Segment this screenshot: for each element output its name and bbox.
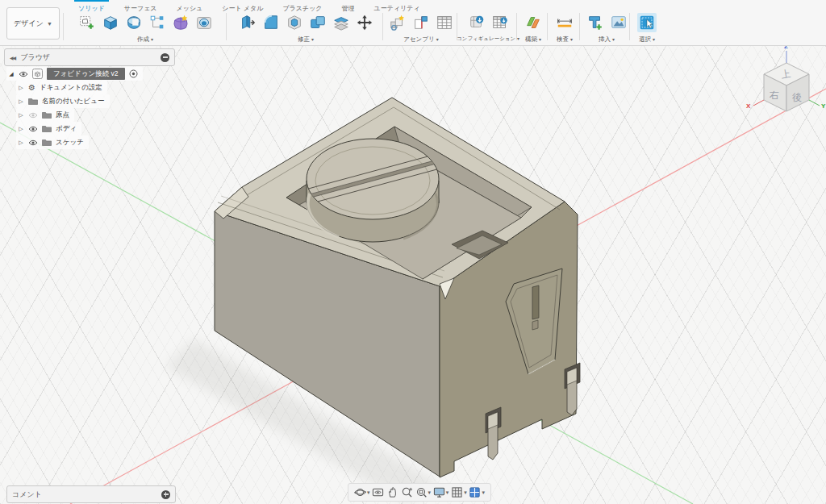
- create-form-button[interactable]: [171, 13, 190, 32]
- folder-icon: [42, 139, 52, 146]
- extrude-button[interactable]: [101, 13, 120, 32]
- pan-button[interactable]: [386, 486, 398, 498]
- group-label-insert[interactable]: 挿入 ▾: [599, 35, 615, 44]
- select-button[interactable]: [637, 13, 657, 32]
- group-label-inspect[interactable]: 検査 ▾: [557, 35, 573, 44]
- hole-icon: [195, 14, 213, 31]
- insert-canvas-button[interactable]: [609, 13, 628, 32]
- zoom-icon: [401, 486, 413, 498]
- toolbar-separator: [382, 13, 383, 40]
- hole-button[interactable]: [194, 13, 214, 32]
- bom-table-button[interactable]: [435, 13, 454, 32]
- new-component-button[interactable]: [388, 13, 407, 32]
- chevron-down-icon: ▼: [47, 21, 52, 27]
- eye-hidden-icon[interactable]: [28, 112, 38, 119]
- document-icon: [32, 69, 43, 79]
- fillet-icon: [262, 14, 280, 31]
- construct-plane-button[interactable]: [524, 13, 543, 32]
- configuration-button[interactable]: [467, 13, 486, 32]
- split-body-button[interactable]: [332, 13, 351, 32]
- configuration-table-button[interactable]: [490, 13, 510, 32]
- insert-derive-icon: [586, 14, 604, 31]
- expand-caret-icon[interactable]: ▷: [18, 126, 24, 132]
- group-assemble: アセンブリ ▾: [387, 11, 455, 44]
- display-settings-icon: [433, 486, 445, 498]
- toolbar-separator: [226, 13, 227, 40]
- expand-caret-icon[interactable]: ▷: [18, 98, 24, 105]
- joint-button[interactable]: [411, 13, 431, 32]
- expand-caret-icon[interactable]: ▷: [18, 140, 24, 146]
- create-sketch-icon: [78, 14, 96, 31]
- group-create: 作成 ▾: [66, 11, 224, 44]
- fillet-button[interactable]: [261, 13, 281, 32]
- look-at-icon: [372, 486, 384, 498]
- extrude-icon: [102, 14, 119, 31]
- group-label-modify[interactable]: 修正 ▾: [298, 35, 314, 44]
- tree-item-sketches[interactable]: ▷ スケッチ: [16, 135, 89, 149]
- group-label-construct[interactable]: 構築 ▾: [525, 35, 541, 44]
- tree-root-row[interactable]: ◢ フォビドゥン接続 v2: [6, 67, 143, 81]
- create-form-icon: [172, 14, 190, 31]
- browser-panel-header: ◀◀ ブラウザ: [4, 48, 175, 66]
- eye-icon[interactable]: [19, 71, 28, 77]
- comments-expand-icon[interactable]: [161, 490, 170, 499]
- measure-icon: [556, 14, 574, 31]
- eye-icon[interactable]: [28, 140, 38, 146]
- split-body-icon: [332, 14, 350, 31]
- sketch-constraint-button[interactable]: [148, 13, 167, 32]
- fit-button[interactable]: ▾: [415, 486, 432, 498]
- group-label-create[interactable]: 作成 ▾: [137, 35, 153, 44]
- measure-button[interactable]: [555, 13, 574, 32]
- press-pull-button[interactable]: [238, 13, 257, 32]
- construct-plane-icon: [524, 14, 542, 31]
- panel-options-icon[interactable]: [161, 53, 169, 62]
- collapse-panel-icon[interactable]: ◀◀: [10, 55, 15, 60]
- shell-button[interactable]: [285, 13, 304, 32]
- group-label-select[interactable]: 選択 ▾: [639, 35, 655, 44]
- viewports-icon: [469, 486, 481, 498]
- expand-caret-icon[interactable]: ▷: [18, 112, 24, 119]
- workspace-selector-label: デザイン: [14, 19, 44, 29]
- viewports-button[interactable]: ▾: [469, 486, 485, 498]
- folder-icon: [28, 98, 38, 105]
- folder-icon: [42, 111, 52, 119]
- move-copy-button[interactable]: [355, 13, 374, 32]
- toolbar-separator: [579, 13, 580, 40]
- configuration-icon: [468, 14, 486, 31]
- tree-item-origin[interactable]: ▷ 原点: [16, 108, 74, 122]
- grid-settings-button[interactable]: ▾: [451, 486, 467, 498]
- insert-derive-button[interactable]: [586, 13, 605, 32]
- zoom-button[interactable]: [401, 486, 413, 498]
- fusion360-window: デザイン ▼ ソリッド サーフェス メッシュ シート メタル プラスチック 管理…: [0, 0, 826, 504]
- new-component-icon: [389, 14, 407, 31]
- toolbar-separator: [63, 13, 64, 40]
- root-document-label[interactable]: フォビドゥン接続 v2: [47, 68, 125, 80]
- tree-item-bodies[interactable]: ▷ ボディ: [16, 122, 81, 135]
- workspace-selector-button[interactable]: デザイン ▼: [6, 7, 60, 40]
- revolve-button[interactable]: [124, 13, 144, 32]
- tree-item-document-settings[interactable]: ▷ ⚙ ドキュメントの設定: [16, 81, 107, 94]
- group-label-configure[interactable]: コンフィギュレーション ▾: [457, 35, 519, 43]
- browser-panel-title: ブラウザ: [20, 52, 50, 63]
- sketch-constraint-icon: [148, 14, 166, 31]
- display-settings-button[interactable]: ▾: [433, 486, 449, 498]
- folder-icon: [42, 125, 52, 132]
- expand-caret-icon[interactable]: ▷: [18, 85, 24, 91]
- gear-icon: ⚙: [28, 84, 35, 92]
- bom-table-icon: [436, 14, 453, 31]
- expand-triangle-icon[interactable]: ◢: [8, 71, 15, 77]
- activate-radio-icon[interactable]: [129, 69, 138, 78]
- combine-button[interactable]: [308, 13, 327, 32]
- eye-icon[interactable]: [28, 126, 38, 132]
- orbit-button[interactable]: ▾: [354, 486, 370, 498]
- pan-icon: [386, 486, 398, 498]
- look-at-button[interactable]: [372, 486, 384, 498]
- group-label-assemble[interactable]: アセンブリ ▾: [403, 35, 439, 44]
- shell-icon: [286, 14, 303, 31]
- comments-panel-header[interactable]: コメント: [6, 485, 176, 503]
- create-sketch-button[interactable]: [77, 13, 97, 32]
- configuration-table-icon: [491, 14, 509, 31]
- revolve-icon: [125, 14, 143, 31]
- tree-item-named-views[interactable]: ▷ 名前の付いたビュー: [16, 94, 110, 108]
- browser-tree: ◢ フォビドゥン接続 v2 ▷ ⚙ ドキュメントの設定 ▷ 名前の付いたビュー: [6, 67, 143, 149]
